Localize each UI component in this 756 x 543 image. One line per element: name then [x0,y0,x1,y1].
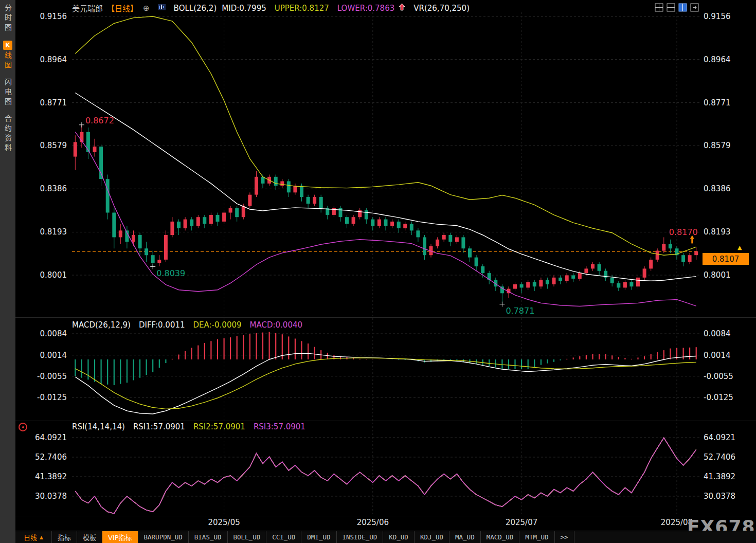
svg-text:0.7871: 0.7871 [506,306,534,316]
tab-DMI_UD[interactable]: DMI_UD [301,531,336,543]
sidebar-item-label: 线图 [4,51,11,71]
price-axis-label: 0.8193 [15,227,67,237]
svg-text:0.8039: 0.8039 [156,268,185,278]
price-axis-label: 0.8579 [15,140,67,151]
tab-BIAS_UD[interactable]: BIAS_UD [189,531,228,543]
rsi-axis-label: 64.0921 [15,432,67,443]
chart-plot-area[interactable]: 0.86720.80390.78710.8170 [0,0,756,531]
price-axis-label: 0.8964 [15,55,67,65]
layout-expand-icon[interactable] [690,3,699,12]
current-price-tag: 0.8107 [703,253,749,265]
left-sidebar: 分时图 K 线图 闪电图 合约资料 [0,0,15,543]
sidebar-item-label: 分时图 [4,4,11,33]
boll-label: BOLL(26,2) [174,4,217,13]
macd-dea-line [75,358,696,409]
price-axis-label: 0.8001 [704,270,755,280]
time-axis-label: 2025/05 [208,518,240,527]
sidebar-item-kline-chart[interactable]: K 线图 [3,41,12,71]
macd-axis-label: -0.0055 [704,371,755,382]
macd-axis-label: -0.0125 [704,392,755,403]
app-window: 0.86720.80390.78710.8170 分时图 K 线图 闪电图 合约… [0,0,756,543]
chevron-up-icon: ▲ [40,535,43,540]
add-symbol-icon[interactable]: ⊕ [143,4,150,13]
sidebar-item-label: 合约资料 [4,115,11,154]
macd-axis-label: 0.0014 [704,350,755,360]
boll-lower-value: LOWER:0.7863 [337,4,394,13]
panel-divider [15,421,756,421]
time-axis-label: 2025/07 [506,518,537,527]
gridlines [72,12,699,514]
period-selector[interactable]: 日线 ▲ [15,531,52,543]
sidebar-item-time-chart[interactable]: 分时图 [4,4,11,33]
price-axis-label: 0.8579 [704,140,755,151]
price-axis-label: 0.8386 [15,184,67,194]
layout-single-icon[interactable] [678,3,687,12]
rsi-axis-label: 41.3892 [704,472,755,482]
vr-label: VR(26,70,250) [413,4,470,13]
tab-BARUPDN_UD[interactable]: BARUPDN_UD [138,531,189,543]
panel-divider [15,317,756,318]
sidebar-item-lightning-chart[interactable]: 闪电图 [4,78,11,107]
rsi1-value: RSI1:57.0901 [133,422,185,431]
tab-BOLL_UD[interactable]: BOLL_UD [228,531,267,543]
kline-badge: K [3,41,12,50]
macd-diff-value: DIFF:0.0011 [139,320,185,330]
macd-axis-label: 0.0014 [15,350,67,360]
price-axis-label: 0.8964 [704,55,755,65]
rsi-axis-label: 30.0378 [15,491,67,501]
price-axis-label: 0.8001 [15,270,67,280]
macd-axis-label: -0.0055 [15,371,67,382]
price-axis-label: 0.9156 [15,11,67,22]
tab-MTM_UD[interactable]: MTM_UD [519,531,554,543]
sidebar-item-contract-info[interactable]: 合约资料 [4,115,11,154]
tab-KD_UD[interactable]: KD_UD [383,531,415,543]
macd-value: MACD:0.0040 [250,320,303,330]
price-axis-label: 0.8386 [704,184,755,194]
macd-axis-label: 0.0084 [15,329,67,339]
price-axis-label: 0.9156 [704,11,755,22]
bottom-bar: 日线 ▲ 指标模板VIP指标BARUPDN_UDBIAS_UDBOLL_UDCC… [15,531,756,543]
rsi-axis-label: 52.7406 [15,452,67,462]
tab-INSIDE_UD[interactable]: INSIDE_UD [337,531,384,543]
symbol-name: 美元瑞郎 [72,3,103,13]
chart-toolbar: 美元瑞郎 【日线】 ⊕ BOLL(26,2) MID:0.7995 UPPER:… [72,3,470,13]
tab-MACD_UD[interactable]: MACD_UD [481,531,520,543]
rsi2-value: RSI2:57.0901 [193,422,245,431]
price-axis-label: 0.8771 [704,98,755,108]
layout-quad-icon[interactable] [654,3,663,12]
macd-axis-label: 0.0084 [704,329,755,339]
tab-KDJ_UD[interactable]: KDJ_UD [415,531,449,543]
rsi-axis-label: 64.0921 [704,432,755,443]
tab-模板[interactable]: 模板 [77,531,102,543]
mini-chart-icon [158,4,166,13]
rsi-panel-icon[interactable] [19,423,27,431]
tab-CCI_UD[interactable]: CCI_UD [266,531,301,543]
tab-指标[interactable]: 指标 [52,531,77,543]
macd-axis-label: -0.0125 [15,392,67,403]
price-up-arrow-icon: ▲ [737,245,742,250]
time-axis-label: 2025/06 [357,518,389,527]
tab->>[interactable]: >> [555,531,574,543]
layout-split-h-icon[interactable] [666,3,675,12]
period-tag: 【日线】 [107,3,138,13]
rsi-axis-label: 52.7406 [704,452,755,462]
svg-text:0.8672: 0.8672 [85,116,114,125]
bottom-tab-bar: 指标模板VIP指标BARUPDN_UDBIAS_UDBOLL_UDCCI_UDD… [52,531,574,543]
tab-VIP指标[interactable]: VIP指标 [102,531,138,543]
rsi-label: RSI(14,14,14) [72,422,125,431]
layout-icon-group [654,3,699,12]
buy-signal-arrow-icon [399,3,405,13]
period-label: 日线 [24,532,37,542]
macd-diff-line [75,353,696,414]
boll-upper-value: UPPER:0.8127 [275,4,329,13]
rsi3-value: RSI3:57.0901 [254,422,305,431]
boll-mid-line [75,93,696,281]
macd-dea-value: DEA:-0.0009 [193,320,242,330]
macd-label: MACD(26,12,9) [72,320,131,330]
rsi-axis-label: 41.3892 [15,472,67,482]
rsi3-line [75,438,696,513]
rsi-indicator-header: RSI(14,14,14) RSI1:57.0901 RSI2:57.0901 … [72,422,305,431]
tab-MA_UD[interactable]: MA_UD [449,531,481,543]
price-axis-label: 0.8771 [15,98,67,108]
svg-text:0.8170: 0.8170 [669,227,698,237]
